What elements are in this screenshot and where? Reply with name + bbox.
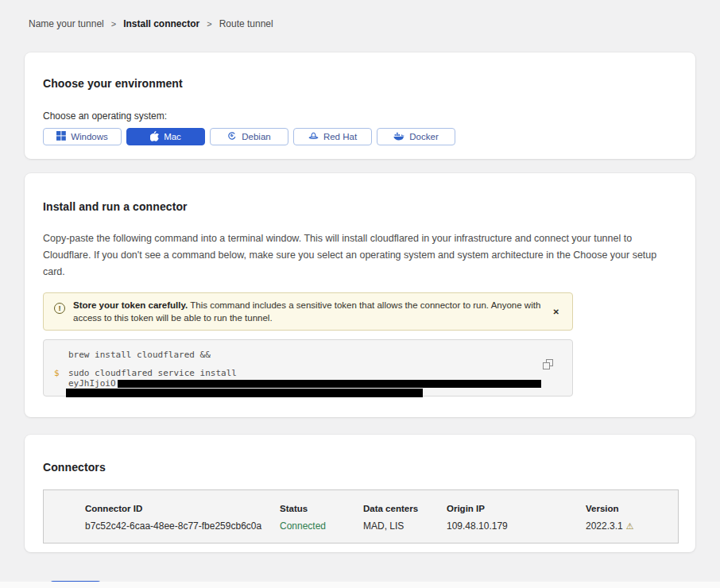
install-card-title: Install and run a connector: [43, 173, 677, 213]
connector-row: b7c52c42-6caa-48ee-8c77-fbe259cb6c0a Con…: [85, 520, 678, 532]
breadcrumb-separator: >: [111, 19, 116, 29]
breadcrumb: Name your tunnel > Install connector > R…: [25, 0, 695, 29]
connector-origin-ip-value: 109.48.10.179: [447, 520, 586, 532]
token-warning-banner: ! Store your token carefully. This comma…: [43, 292, 573, 331]
os-button-label: Debian: [242, 132, 270, 141]
os-button-debian[interactable]: Debian: [210, 128, 288, 145]
connector-data-centers-value: MAD, LIS: [363, 520, 447, 532]
os-button-mac[interactable]: Mac: [126, 128, 205, 145]
header-origin-ip: Origin IP: [447, 504, 586, 513]
redacted-token-bar-1: [118, 380, 541, 388]
connectors-table: Connector ID Status Data centers Origin …: [43, 489, 679, 544]
os-button-label: Red Hat: [323, 132, 357, 141]
environment-card-title: Choose your environment: [43, 52, 677, 90]
header-connector-id: Connector ID: [85, 504, 280, 513]
tunnel-setup-page: Name your tunnel > Install connector > R…: [0, 0, 720, 588]
install-instructions: Copy-paste the following command into a …: [43, 230, 675, 280]
warning-close-button[interactable]: ✕: [550, 304, 563, 319]
warning-text: Store your token carefully. This command…: [73, 299, 542, 324]
choose-environment-card: Choose your environment Choose an operat…: [25, 52, 695, 159]
redacted-token-bar-2: [66, 389, 423, 397]
os-button-docker[interactable]: Docker: [377, 128, 455, 145]
connectors-table-header: Connector ID Status Data centers Origin …: [85, 504, 678, 513]
header-version: Version: [586, 504, 678, 513]
copy-command-button[interactable]: [543, 359, 555, 372]
os-button-label: Docker: [409, 132, 438, 141]
os-button-redhat[interactable]: Red Hat: [293, 128, 372, 145]
header-status: Status: [280, 504, 363, 513]
connector-status-value: Connected: [280, 520, 363, 532]
breadcrumb-name-your-tunnel[interactable]: Name your tunnel: [29, 18, 104, 29]
os-button-label: Mac: [164, 132, 181, 141]
window-bottom-edge: [0, 582, 720, 588]
version-warning-icon: ⚠: [626, 521, 634, 531]
version-number: 2022.3.1: [586, 520, 623, 532]
os-button-label: Windows: [71, 132, 108, 141]
redhat-icon: [308, 131, 319, 142]
token-prefix: eyJhIjoiO: [68, 378, 116, 389]
connector-version-value: 2022.3.1⚠: [586, 520, 678, 532]
connectors-card: Connectors Connector ID Status Data cent…: [25, 435, 695, 552]
code-line-sudo: sudo cloudflared service install: [68, 368, 572, 378]
debian-icon: [227, 131, 237, 142]
windows-icon: [56, 131, 66, 142]
connectors-card-title: Connectors: [43, 435, 677, 474]
close-icon: ✕: [553, 308, 559, 316]
install-command-codeblock: brew install cloudflared && $ sudo cloud…: [43, 339, 573, 397]
header-data-centers: Data centers: [363, 504, 447, 513]
breadcrumb-install-connector[interactable]: Install connector: [123, 18, 199, 29]
install-connector-card: Install and run a connector Copy-paste t…: [25, 173, 695, 417]
apple-icon: [150, 131, 159, 143]
os-button-group: Windows Mac Debian: [43, 128, 677, 145]
code-line-brew: brew install cloudflared &&: [68, 349, 572, 361]
warning-text-bold: Store your token carefully.: [73, 300, 188, 310]
docker-icon: [393, 132, 405, 142]
os-select-label: Choose an operating system:: [43, 110, 677, 122]
connector-id-value: b7c52c42-6caa-48ee-8c77-fbe259cb6c0a: [85, 520, 280, 532]
shell-prompt: $: [54, 368, 60, 378]
breadcrumb-separator: >: [207, 19, 211, 29]
code-command-row: $ sudo cloudflared service install eyJhI…: [44, 368, 572, 397]
breadcrumb-route-tunnel[interactable]: Route tunnel: [219, 18, 273, 29]
warning-circle-icon: !: [54, 303, 65, 314]
os-button-windows[interactable]: Windows: [43, 128, 122, 145]
